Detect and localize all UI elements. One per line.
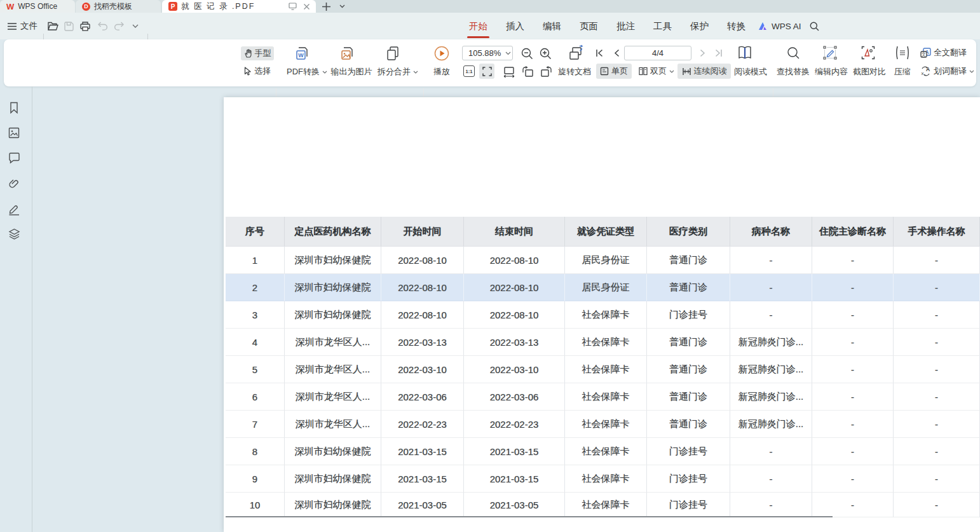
signature-pen-icon[interactable] (8, 203, 20, 215)
select-tool-button[interactable]: 选择 (241, 64, 274, 78)
table-cell: 2022-08-10 (464, 274, 565, 301)
double-page-button[interactable]: 双页 (636, 64, 677, 79)
fit-page-button[interactable] (479, 64, 494, 79)
menu-tab-转换[interactable]: 转换 (727, 20, 745, 32)
table-cell: 2022-08-10 (381, 247, 464, 274)
menu-tab-保护[interactable]: 保护 (690, 20, 709, 32)
play-button[interactable]: 播放 (433, 66, 451, 78)
table-cell: - (812, 465, 894, 493)
table-header-cell: 病种名称 (730, 217, 812, 247)
menu-tab-页面[interactable]: 页面 (580, 20, 598, 32)
actual-size-button[interactable]: 1:1 (463, 65, 475, 77)
table-cell: - (730, 438, 812, 465)
bookmark-icon[interactable] (8, 102, 20, 114)
table-cell: - (894, 411, 980, 438)
swap-pages-icon[interactable] (566, 44, 585, 63)
page-indicator-value: 4/4 (652, 48, 664, 58)
print-button[interactable] (79, 13, 92, 39)
play-label: 播放 (433, 66, 450, 78)
pdf-convert-label: PDF转换 (287, 66, 320, 78)
tab-docer-templates[interactable]: D 找稻壳模板 (76, 0, 161, 13)
table-cell: 2022-03-06 (381, 383, 464, 411)
attachment-icon[interactable] (8, 178, 20, 190)
export-image-button[interactable]: 输出为图片 (329, 66, 374, 78)
find-replace-button[interactable]: 查找替换 (774, 66, 812, 78)
zoom-in-button[interactable] (538, 46, 552, 60)
wps-ai-button[interactable]: WPS AI (758, 13, 801, 39)
new-tab-button[interactable] (321, 1, 331, 11)
compress-label: 压缩 (894, 66, 911, 78)
undo-button[interactable] (96, 13, 109, 39)
table-cell: 居民身份证 (565, 247, 647, 274)
read-mode-button[interactable]: 阅读模式 (732, 66, 769, 78)
table-cell: 新冠肺炎门诊... (730, 329, 812, 356)
tab-list-chevron-icon[interactable] (337, 1, 347, 11)
last-page-button[interactable] (713, 48, 723, 58)
menu-tab-插入[interactable]: 插入 (506, 20, 524, 32)
table-cell: - (730, 247, 812, 274)
select-tool-label: 选择 (254, 65, 271, 77)
table-row: 6深圳市龙华区人...2022-03-062022-03-06社会保障卡普通门诊… (226, 383, 980, 411)
play-icon (433, 45, 450, 62)
tab-wps-office[interactable]: W WPS Office (0, 0, 75, 13)
table-cell: 门诊挂号 (647, 438, 730, 465)
menu-tab-开始[interactable]: 开始 (469, 20, 487, 32)
tab-close-icon[interactable] (301, 1, 311, 11)
layers-icon[interactable] (8, 228, 20, 240)
first-page-button[interactable] (594, 48, 604, 58)
split-merge-button[interactable]: 拆分合并 (374, 66, 422, 78)
rotate-doc-button[interactable]: 旋转文档 (557, 66, 592, 78)
file-menu-button[interactable]: 文件 (8, 13, 37, 39)
find-replace-label: 查找替换 (777, 66, 810, 78)
save-button[interactable] (62, 13, 75, 39)
table-cell: 2022-02-23 (381, 411, 464, 438)
book-view-icon[interactable] (736, 44, 754, 62)
compress-button[interactable]: 压缩 (892, 66, 913, 78)
screenshot-compare-label: 截图对比 (853, 66, 886, 78)
redo-button[interactable] (112, 13, 125, 39)
page-number-input[interactable]: 4/4 (624, 46, 691, 60)
table-header-cell: 开始时间 (381, 217, 464, 247)
quick-access-chevron-icon[interactable] (130, 13, 140, 39)
prev-page-button[interactable] (611, 48, 622, 58)
table-cell: 普通门诊 (647, 383, 730, 411)
zoom-level-value: 105.88% (468, 48, 501, 58)
menu-tab-批注[interactable]: 批注 (616, 20, 635, 32)
table-cell: 2022-08-10 (464, 247, 565, 274)
split-merge-icon (384, 44, 402, 62)
table-cell: 10 (226, 493, 285, 517)
pdf-page: 序号定点医药机构名称开始时间结束时间就诊凭证类型医疗类别病种名称住院主诊断名称手… (224, 97, 980, 532)
comment-icon[interactable] (8, 153, 20, 165)
table-cell: 2021-03-05 (381, 493, 464, 517)
single-page-button[interactable]: 单页 (596, 64, 632, 79)
thumbnail-icon[interactable] (8, 127, 20, 139)
menu-tab-编辑[interactable]: 编辑 (543, 20, 561, 32)
word-translate-button[interactable]: xA 划词翻译 (920, 65, 974, 77)
hand-icon (244, 49, 252, 58)
table-cell: 深圳市妇幼保健院 (285, 301, 381, 329)
svg-text:文: 文 (922, 51, 926, 57)
edit-content-button[interactable]: 编辑内容 (812, 66, 850, 78)
hand-tool-button[interactable]: 手型 (241, 46, 274, 60)
fit-width-button[interactable] (502, 65, 516, 79)
svg-text:x: x (922, 71, 924, 76)
table-cell: 门诊挂号 (647, 465, 730, 493)
rotate-left-button[interactable] (521, 65, 534, 79)
rotate-right-button[interactable] (539, 65, 553, 79)
table-row: 4深圳市龙华区人...2022-03-132022-03-13社会保障卡普通门诊… (226, 329, 980, 356)
continuous-read-button[interactable]: 连续阅读 (677, 64, 731, 79)
table-header-cell: 序号 (226, 217, 285, 247)
screenshot-compare-button[interactable]: 截图对比 (850, 66, 888, 78)
menu-tab-工具[interactable]: 工具 (653, 20, 672, 32)
zoom-level-input[interactable]: 105.88% (462, 46, 513, 60)
sidebar-divider (32, 86, 32, 532)
pdf-convert-button[interactable]: PDF转换 (283, 66, 331, 78)
menu-search-icon[interactable] (808, 13, 820, 39)
full-translate-button[interactable]: A文 全文翻译 (920, 47, 967, 58)
svg-text:W: W (298, 52, 304, 58)
tab-monitor-icon[interactable] (287, 1, 297, 11)
wps-logo-icon: W (6, 2, 14, 11)
zoom-out-button[interactable] (520, 46, 534, 60)
open-file-button[interactable] (46, 13, 59, 39)
next-page-button[interactable] (697, 48, 707, 58)
